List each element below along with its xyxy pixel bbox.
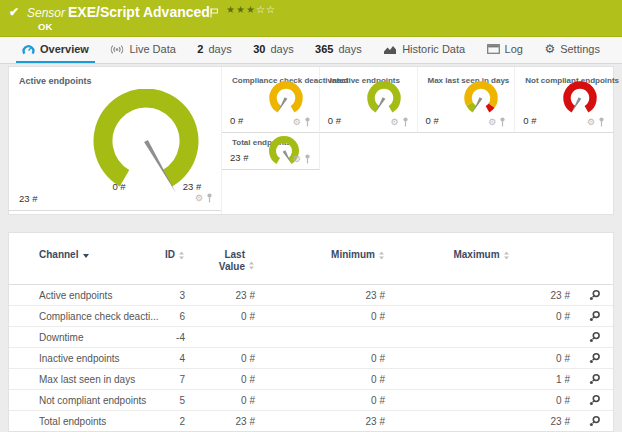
- cell-maximum: 23 #: [389, 416, 574, 427]
- tab-historic-data[interactable]: Historic Data: [377, 37, 471, 63]
- cell-channel[interactable]: Inactive endpoints: [39, 353, 159, 364]
- table-row: Not compliant endpoints50 #0 #0 #: [9, 390, 613, 411]
- pin-icon[interactable]: [304, 117, 311, 127]
- tab-prefix: 2: [197, 43, 203, 55]
- tab-live-data[interactable]: Live Data: [104, 37, 181, 63]
- cell-channel[interactable]: Compliance check deacti...: [39, 311, 159, 322]
- cell-id: 2: [159, 416, 189, 427]
- small-gauges-grid: Compliance check deactivated0 #⚙Inactive…: [221, 67, 613, 214]
- cell-id: 5: [159, 395, 189, 406]
- gauge-value: 0 #: [328, 115, 341, 126]
- gauge-min-label: 0 #: [104, 181, 134, 192]
- cell-id: 4: [159, 353, 189, 364]
- chart-icon: [383, 44, 397, 55]
- tab-label: Log: [505, 43, 523, 55]
- channel-settings-button[interactable]: [574, 373, 614, 386]
- tab-overview[interactable]: Overview: [16, 37, 95, 63]
- cell-last-value: 0 #: [189, 374, 259, 385]
- gauge: [261, 134, 307, 170]
- tab-label: Settings: [560, 43, 600, 55]
- log-icon: [487, 44, 500, 54]
- cell-last-value: 23 #: [189, 416, 259, 427]
- status-badge: OK: [38, 21, 52, 32]
- cell-channel[interactable]: Max last seen in days: [39, 374, 159, 385]
- cell-maximum: 0 #: [389, 353, 574, 364]
- gauge: [456, 79, 506, 119]
- sensor-header: ✔ Sensor EXE/Script Advanced ★★★☆☆ OK: [0, 0, 622, 37]
- tab-label: days: [270, 43, 293, 55]
- sensor-title: EXE/Script Advanced: [68, 4, 210, 20]
- gear-icon[interactable]: ⚙: [587, 118, 595, 127]
- sort-icon: [378, 251, 385, 260]
- tab-label: Overview: [40, 43, 89, 55]
- tab-2-days[interactable]: 2days: [191, 37, 237, 63]
- cell-maximum: 0 #: [389, 395, 574, 406]
- gear-icon[interactable]: ⚙: [488, 118, 496, 127]
- table-row: Total endpoints223 #23 #23 #: [9, 411, 613, 432]
- pin-icon[interactable]: [402, 117, 409, 127]
- cell-maximum: 23 #: [389, 290, 574, 301]
- cell-maximum: 1 #: [389, 374, 574, 385]
- tab-label: Live Data: [129, 43, 175, 55]
- gauge-value: 23 #: [230, 152, 249, 163]
- grid-filler: [418, 133, 516, 170]
- cell-channel[interactable]: Not compliant endpoints: [39, 395, 159, 406]
- cell-channel[interactable]: Active endpoints: [39, 290, 159, 301]
- gear-icon[interactable]: ⚙: [293, 155, 301, 164]
- gear-icon[interactable]: ⚙: [293, 118, 301, 127]
- table-row: Active endpoints323 #23 #23 #: [9, 285, 613, 306]
- table-row: Downtime-4: [9, 327, 613, 348]
- column-header-id[interactable]: ID: [159, 249, 189, 260]
- tab-365-days[interactable]: 365days: [309, 37, 368, 63]
- sort-icon: [503, 251, 510, 260]
- gauge: [555, 79, 605, 119]
- table-row: Compliance check deacti...60 #0 #0 #: [9, 306, 613, 327]
- gauge: [359, 79, 409, 119]
- cell-id: 3: [159, 290, 189, 301]
- pin-icon[interactable]: [598, 117, 605, 127]
- gauge-card-not-compliant-endpoints: Not compliant endpoints0 #⚙: [515, 67, 613, 133]
- pin-icon[interactable]: [499, 117, 506, 127]
- sort-icon: [248, 261, 255, 270]
- table-row: Inactive endpoints40 #0 #0 #: [9, 348, 613, 369]
- broadcast-icon: [110, 44, 124, 55]
- flag-icon[interactable]: [210, 4, 218, 22]
- tab-30-days[interactable]: 30days: [247, 37, 300, 63]
- table-header-row: Channel ID Last Value Minimum Maximum: [9, 246, 613, 285]
- column-header-maximum[interactable]: Maximum: [389, 249, 574, 260]
- column-header-minimum[interactable]: Minimum: [259, 249, 389, 260]
- tab-log[interactable]: Log: [481, 37, 529, 63]
- cell-channel[interactable]: Downtime: [39, 332, 159, 343]
- pin-icon[interactable]: [304, 154, 311, 164]
- channel-settings-button[interactable]: [574, 289, 614, 302]
- channel-settings-button[interactable]: [574, 331, 614, 344]
- cell-minimum: 23 #: [259, 290, 389, 301]
- gauge-icon: [22, 44, 35, 55]
- pin-icon[interactable]: [206, 193, 213, 203]
- cell-minimum: 0 #: [259, 374, 389, 385]
- gauge-value: 0 #: [426, 115, 439, 126]
- channel-settings-button[interactable]: [574, 415, 614, 428]
- priority-stars[interactable]: ★★★☆☆: [226, 4, 276, 15]
- tab-prefix: 365: [315, 43, 333, 55]
- gear-icon[interactable]: ⚙: [195, 194, 203, 203]
- cell-id: 7: [159, 374, 189, 385]
- cell-last-value: 0 #: [189, 395, 259, 406]
- channel-settings-button[interactable]: [574, 352, 614, 365]
- tab-label: days: [338, 43, 361, 55]
- grid-filler: [320, 133, 418, 170]
- tab-settings[interactable]: ⚙Settings: [538, 37, 606, 63]
- channel-settings-button[interactable]: [574, 394, 614, 407]
- column-header-channel[interactable]: Channel: [39, 249, 159, 260]
- table-body: Active endpoints323 #23 #23 #Compliance …: [9, 285, 613, 432]
- gear-icon[interactable]: ⚙: [390, 118, 398, 127]
- gauge-card-compliance-check-deactivated: Compliance check deactivated0 #⚙: [222, 67, 320, 133]
- cell-minimum: 23 #: [259, 416, 389, 427]
- cell-last-value: 23 #: [189, 290, 259, 301]
- table-row: Max last seen in days70 #0 #1 #: [9, 369, 613, 390]
- channel-settings-button[interactable]: [574, 310, 614, 323]
- cell-minimum: 0 #: [259, 395, 389, 406]
- cell-channel[interactable]: Total endpoints: [39, 416, 159, 427]
- gauge-card-inactive-endpoints: Inactive endpoints0 #⚙: [320, 67, 418, 133]
- column-header-last-value[interactable]: Last Value: [189, 249, 259, 273]
